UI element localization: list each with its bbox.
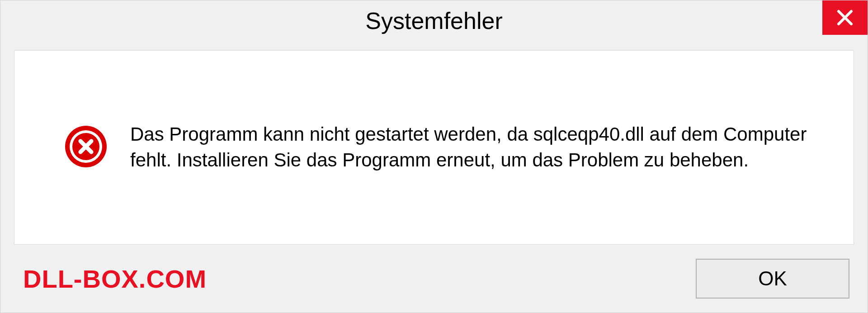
- watermark-text: DLL-BOX.COM: [23, 264, 207, 294]
- error-dialog: Systemfehler Das Programm kann nicht ges…: [0, 0, 868, 313]
- error-message: Das Programm kann nicht gestartet werden…: [130, 122, 813, 173]
- dialog-title: Systemfehler: [365, 7, 502, 34]
- content-area: Das Programm kann nicht gestartet werden…: [14, 50, 854, 245]
- ok-button[interactable]: OK: [696, 259, 849, 299]
- error-icon: [64, 125, 108, 170]
- footer: DLL-BOX.COM OK: [0, 245, 868, 313]
- close-icon: [835, 8, 855, 28]
- titlebar: Systemfehler: [0, 0, 868, 41]
- close-button[interactable]: [822, 0, 868, 35]
